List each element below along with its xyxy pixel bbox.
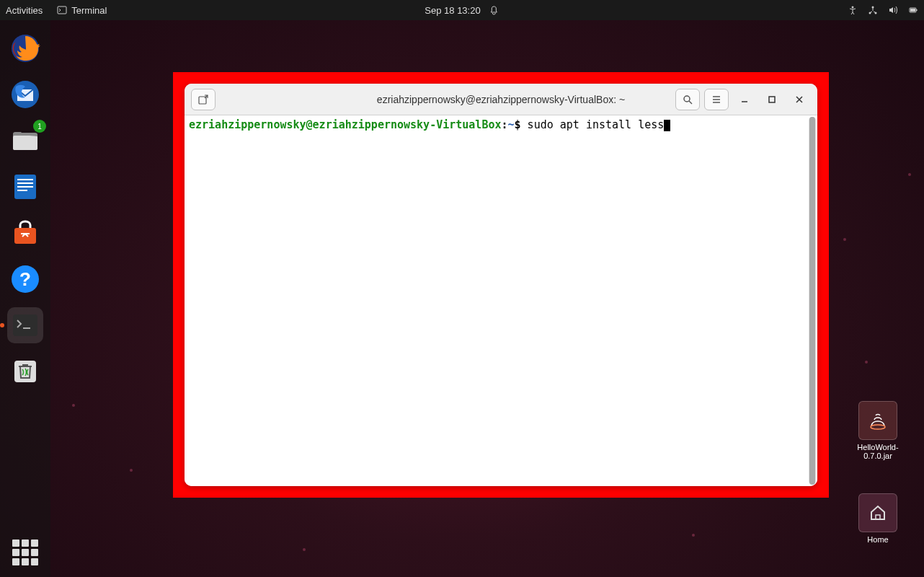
gnome-topbar: Activities Terminal Sep 18 13:20: [0, 0, 924, 20]
svg-point-1: [852, 6, 854, 9]
desktop-file-jar[interactable]: HelloWorld-0.7.0.jar: [849, 401, 907, 460]
terminal-titlebar[interactable]: ezriahzippernowsky@ezriahzippernowsky-Vi…: [185, 84, 817, 115]
terminal-scrollbar[interactable]: [809, 117, 816, 485]
terminal-icon: [57, 5, 67, 15]
svg-text:?: ?: [19, 268, 31, 290]
hamburger-icon: [711, 94, 722, 105]
search-button[interactable]: [675, 89, 700, 110]
dock-trash[interactable]: [7, 353, 43, 389]
jar-file-icon: [858, 401, 897, 440]
close-icon: [795, 95, 804, 104]
help-icon: ?: [10, 264, 40, 294]
svg-point-23: [871, 425, 885, 429]
writer-icon: [10, 172, 40, 202]
desktop-file-label: HelloWorld-0.7.0.jar: [849, 443, 907, 460]
svg-point-26: [684, 96, 690, 102]
dock-help[interactable]: ?: [7, 261, 43, 297]
maximize-button[interactable]: [758, 89, 786, 110]
maximize-icon: [768, 95, 776, 104]
terminal-title: ezriahzippernowsky@ezriahzippernowsky-Vi…: [377, 94, 625, 105]
svg-rect-27: [769, 97, 775, 102]
network-icon[interactable]: [868, 5, 878, 15]
svg-rect-11: [13, 136, 37, 150]
desktop-folder-home[interactable]: Home: [849, 493, 907, 544]
svg-rect-0: [58, 6, 66, 14]
wallpaper-sparkle: [865, 361, 868, 364]
trash-icon: [10, 356, 40, 387]
dock-writer[interactable]: [7, 169, 43, 205]
dock-files[interactable]: 1: [7, 123, 43, 159]
prompt-user-host: ezriahzippernowsky@ezriahzippernowsky-Vi…: [189, 118, 501, 131]
svg-rect-14: [17, 182, 33, 184]
svg-rect-22: [14, 361, 36, 382]
activities-button[interactable]: Activities: [6, 5, 43, 16]
launcher-dock: 1 ?: [0, 20, 50, 577]
terminal-command: sudo apt install less: [521, 118, 665, 131]
desktop-folder-label: Home: [849, 535, 907, 544]
svg-rect-13: [17, 179, 33, 180]
svg-rect-16: [17, 190, 27, 191]
clock[interactable]: Sep 18 13:20: [425, 5, 480, 16]
volume-icon[interactable]: [888, 5, 898, 15]
svg-rect-7: [910, 9, 915, 12]
close-button[interactable]: [786, 89, 813, 110]
software-icon: [10, 218, 40, 248]
svg-rect-20: [13, 314, 37, 336]
terminal-line: ezriahzippernowsky@ezriahzippernowsky-Vi…: [189, 118, 813, 131]
home-folder-icon: [858, 493, 897, 532]
new-tab-icon: [197, 94, 209, 105]
svg-rect-21: [23, 327, 30, 329]
minimize-button[interactable]: [731, 89, 758, 110]
terminal-body[interactable]: ezriahzippernowsky@ezriahzippernowsky-Vi…: [185, 115, 817, 486]
svg-rect-15: [17, 186, 33, 188]
scrollbar-thumb[interactable]: [809, 117, 815, 485]
new-tab-button[interactable]: [191, 89, 216, 110]
terminal-dock-icon: [10, 310, 40, 340]
wallpaper-sparkle: [303, 548, 306, 551]
show-applications-button[interactable]: [12, 539, 38, 565]
wallpaper-sparkle: [72, 404, 75, 407]
firefox-icon: [10, 33, 40, 63]
files-badge: 1: [33, 120, 46, 133]
svg-rect-17: [14, 228, 36, 244]
search-icon: [682, 94, 693, 105]
wallpaper-sparkle: [908, 173, 911, 176]
wallpaper-sparkle: [692, 534, 695, 537]
prompt-path: ~: [508, 118, 515, 131]
annotation-highlight: ezriahzippernowsky@ezriahzippernowsky-Vi…: [173, 72, 829, 498]
prompt-symbol: $: [515, 118, 521, 131]
menu-button[interactable]: [704, 89, 729, 110]
dock-thunderbird[interactable]: [7, 76, 43, 113]
wallpaper-sparkle: [843, 238, 846, 241]
wallpaper-sparkle: [130, 469, 133, 472]
battery-icon[interactable]: [908, 5, 918, 15]
notification-bell-icon[interactable]: [489, 5, 499, 15]
dock-terminal[interactable]: [7, 307, 43, 343]
dock-software[interactable]: [7, 215, 43, 251]
svg-rect-6: [916, 9, 918, 11]
thunderbird-icon: [10, 79, 40, 110]
accessibility-icon[interactable]: [848, 5, 858, 15]
prompt-separator: :: [501, 118, 507, 131]
app-indicator-terminal[interactable]: Terminal: [57, 5, 107, 16]
app-indicator-label: Terminal: [71, 5, 107, 16]
terminal-window: ezriahzippernowsky@ezriahzippernowsky-Vi…: [185, 84, 817, 486]
dock-firefox[interactable]: [7, 30, 43, 66]
minimize-icon: [740, 95, 749, 104]
terminal-cursor: [664, 120, 670, 131]
